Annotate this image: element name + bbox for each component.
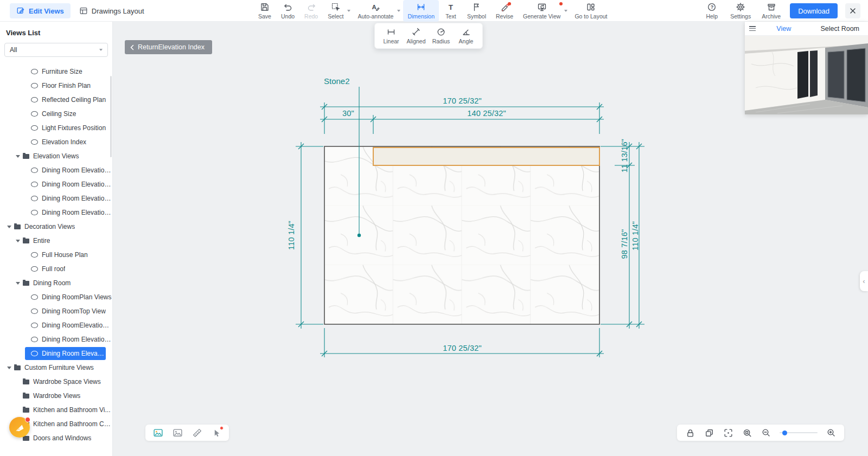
canvas-view-toolbar [677,425,844,441]
views-tree-item-label: Kitchen and Bathroom Ca... [33,420,112,428]
close-icon [850,8,856,14]
dimension-top-total[interactable]: 170 25/32" [443,97,482,105]
support-chat-button[interactable] [9,417,30,438]
views-tree-item[interactable]: Wardrobe Views [0,389,112,403]
tab-view[interactable]: View [756,25,812,33]
image-button[interactable] [172,427,183,438]
zoom-region-button[interactable] [742,427,752,438]
duplicate-button[interactable] [704,427,714,438]
views-tree-item[interactable]: Furniture Size [0,65,112,79]
room-render-thumbnail[interactable] [745,36,868,114]
radius-dimension-button[interactable]: Radius [429,26,453,46]
go-to-layout-button[interactable]: Go to Layout [570,0,611,22]
zoom-region-icon [742,428,752,438]
zoom-slider-handle[interactable] [782,431,787,435]
zoom-in-button[interactable] [826,427,837,438]
dimension-tool-button[interactable]: Dimension [403,0,439,22]
close-button[interactable] [845,3,860,18]
select-label: Select [328,13,343,20]
edit-views-button[interactable]: Edit Views [10,3,71,18]
auto-annotate-button[interactable]: A Auto-annotate [353,0,402,22]
undo-button[interactable]: Undo [277,0,299,22]
caret-down-icon[interactable] [15,153,23,159]
angle-dimension-button[interactable]: Angle [454,26,478,46]
drawings-layout-button[interactable]: Drawings Layout [79,7,144,15]
views-tree-item[interactable]: Full House Plan [0,248,112,262]
selected-panel-highlight[interactable] [373,147,599,165]
redo-button[interactable]: Redo [300,0,322,22]
save-button[interactable]: Save [254,0,276,22]
zoom-slider[interactable] [780,427,818,438]
views-tree-item[interactable]: Entire [0,234,112,248]
views-tree-item[interactable]: Kitchen and Bathroom Vi... [0,403,112,417]
folder-icon [23,380,29,384]
collapse-panel-tab[interactable]: ‹ [860,271,868,291]
views-tree-item[interactable]: Floor Finish Plan [0,79,112,93]
views-tree-item[interactable]: Reflected Ceiling Plan [0,93,112,107]
sidebar-scrollbar[interactable] [110,76,112,157]
settings-button[interactable]: Settings [729,0,752,22]
chevron-down-icon[interactable] [397,10,400,12]
caret-down-icon[interactable] [15,238,23,243]
tab-select-room[interactable]: Select Room [812,25,868,33]
chevron-down-icon[interactable] [347,10,350,12]
views-tree-item[interactable]: Elevation Views [0,149,112,163]
dimension-top-right[interactable]: 140 25/32" [467,109,506,118]
views-tree-item[interactable]: Dining RoomPlan Views [0,290,112,304]
symbol-tool-button[interactable]: Symbol [463,0,490,22]
return-elevation-index-button[interactable]: ReturnElevation Index [125,40,212,54]
caret-down-icon[interactable] [7,365,14,370]
dimension-right-upper[interactable]: 11 13/16" [620,139,629,172]
dimension-top-left[interactable]: 30" [342,109,354,118]
lock-button[interactable] [685,427,695,438]
cursor-display-button[interactable] [211,427,222,438]
generate-view-button[interactable]: Generate View [519,0,569,22]
help-button[interactable]: ? Help [703,0,721,22]
menu-icon[interactable] [749,26,756,31]
caret-down-icon[interactable] [15,280,23,286]
views-tree-item[interactable]: Wardrobe Space Views [0,375,112,389]
chevron-down-icon[interactable] [564,10,567,12]
views-tree-item[interactable]: Elevation Index [0,135,112,149]
material-label[interactable]: Stone2 [324,76,350,86]
views-tree-item[interactable]: Light Fixtures Position [0,121,112,135]
text-tool-button[interactable]: T Text [440,0,462,22]
views-tree-item[interactable]: Dining RoomTop View [0,304,112,318]
views-tree-item[interactable]: Dining Room Elevation... [0,191,112,205]
measure-display-button[interactable] [192,427,202,438]
views-tree-item[interactable]: Dining RoomElevation ... [0,318,112,332]
wall-elevation[interactable] [324,146,599,324]
views-tree-item[interactable]: Dining Room Elevation... [25,347,106,360]
view-icon [31,69,38,74]
views-tree-item-label: Decoration Views [24,223,75,230]
dimension-right-total[interactable]: 110 1/4" [631,221,640,251]
views-tree-item[interactable]: Ceiling Size [0,107,112,121]
views-tree-item[interactable]: Decoration Views [0,220,112,234]
views-tree-item[interactable]: Dining Room Elevation... [0,177,112,191]
radius-label: Radius [432,38,450,44]
select-tool-button[interactable]: Select [323,0,352,22]
views-tree-item[interactable]: Dining Room Elevation... [0,205,112,220]
dimension-right-lower[interactable]: 98 7/16" [620,229,629,259]
revise-button[interactable]: Revise [492,0,518,22]
fit-screen-button[interactable] [723,427,733,438]
views-tree-item[interactable]: Dining Room Elevation... [0,163,112,177]
download-button[interactable]: Download [790,3,838,18]
views-tree-item[interactable]: Dining Room [0,276,112,290]
dimension-bottom-total[interactable]: 170 25/32" [443,344,482,352]
linear-dimension-button[interactable]: Linear [379,26,403,46]
topbar-tools: Save Undo Redo Select A Auto-annotate Di… [254,0,612,22]
views-tree-item[interactable]: Custom Furniture Views [0,361,112,375]
view-icon [31,309,38,314]
zoom-out-button[interactable] [761,427,771,438]
views-tree-item-label: Elevation Index [42,138,86,146]
caret-down-icon[interactable] [7,224,14,229]
dimension-left-total[interactable]: 110 1/4" [287,221,296,250]
views-tree-item[interactable]: Full roof [0,262,112,276]
svg-text:?: ? [711,4,714,10]
aligned-dimension-button[interactable]: Aligned [404,26,428,46]
archive-button[interactable]: Archive [760,0,782,22]
views-tree-item[interactable]: Dining Room Elevation... [0,332,112,346]
views-filter-select[interactable]: All [4,43,108,57]
image-display-button[interactable] [152,427,163,438]
